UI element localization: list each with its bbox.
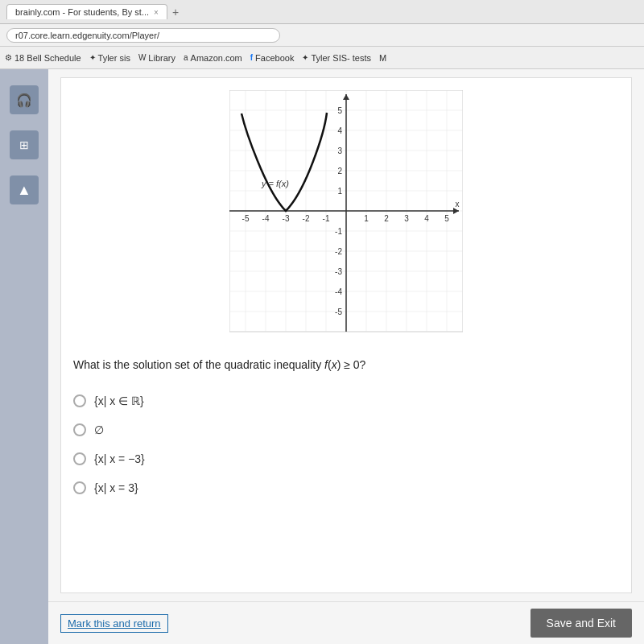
svg-text:5: 5 [337,106,342,115]
svg-text:-5: -5 [242,214,250,223]
answer-choice-a[interactable]: {x| x ∈ ℝ} [73,394,619,407]
bookmark-tyler-sis[interactable]: ✦ Tyler sis [89,53,130,63]
bookmark-m[interactable]: M [379,53,386,63]
bookmark-m-label: M [379,53,386,63]
choice-b-label: ∅ [94,423,104,436]
tab-close-button[interactable]: × [154,8,159,17]
svg-text:2: 2 [384,214,389,223]
tyler-sis-tests-icon: ✦ [302,53,308,62]
amazon-icon: a [184,53,188,62]
graph-container: -5 -4 -3 -2 -1 1 2 3 4 5 x [73,90,619,340]
facebook-icon: f [250,53,253,62]
bottom-bar: Mark this and return Save and Exit [48,601,644,644]
left-sidebar: 🎧 ⊞ ▲ [0,69,48,644]
main-area: -5 -4 -3 -2 -1 1 2 3 4 5 x [48,69,644,644]
answer-choice-d[interactable]: {x| x = 3} [73,481,619,494]
quiz-container: -5 -4 -3 -2 -1 1 2 3 4 5 x [60,77,632,593]
tyler-sis-icon: ✦ [89,53,96,62]
coordinate-graph: -5 -4 -3 -2 -1 1 2 3 4 5 x [229,90,463,340]
bookmark-amazon-label: Amazon.com [191,53,242,63]
headphones-icon: 🎧 [16,93,32,108]
answer-choice-c[interactable]: {x| x = −3} [73,452,619,465]
bookmark-library[interactable]: W Library [138,53,175,63]
bookmark-library-label: Library [148,53,175,63]
svg-text:-5: -5 [335,308,342,316]
svg-text:5: 5 [444,214,449,223]
bookmark-facebook-label: Facebook [255,53,294,63]
bookmarks-bar: ⚙ 18 Bell Schedule ✦ Tyler sis W Library… [0,47,644,69]
svg-text:-2: -2 [335,247,342,256]
headphones-button[interactable]: 🎧 [10,85,39,114]
page-content: 🎧 ⊞ ▲ [0,69,644,644]
svg-text:2: 2 [337,167,342,175]
svg-text:-4: -4 [262,214,270,223]
mark-return-button[interactable]: Mark this and return [60,614,168,633]
radio-b[interactable] [73,423,86,436]
bookmark-bell-schedule[interactable]: ⚙ 18 Bell Schedule [5,53,81,63]
browser-tab[interactable]: brainly.com - For students, By st... × [6,4,167,19]
svg-text:1: 1 [337,187,342,196]
add-tab-button[interactable]: + [172,6,179,19]
svg-text:3: 3 [404,214,409,223]
bookmark-tyler-sis-tests[interactable]: ✦ Tyler SIS- tests [302,53,371,63]
svg-text:-3: -3 [335,267,342,276]
radio-d[interactable] [73,481,86,494]
choice-a-label: {x| x ∈ ℝ} [94,394,144,407]
browser-tab-bar: brainly.com - For students, By st... × + [0,0,644,24]
question-text: What is the solution set of the quadrati… [73,357,619,374]
svg-text:4: 4 [337,126,342,135]
address-bar: r07.core.learn.edgenuity.com/Player/ [0,24,644,47]
save-exit-button[interactable]: Save and Exit [530,609,632,638]
url-input[interactable]: r07.core.learn.edgenuity.com/Player/ [6,28,280,43]
tab-label: brainly.com - For students, By st... [15,7,149,17]
svg-text:x: x [456,200,460,208]
graph-label: y = f(x) [261,179,289,188]
bookmark-facebook[interactable]: f Facebook [250,53,295,63]
svg-text:1: 1 [364,214,369,223]
calculator-icon: ⊞ [19,138,29,151]
radio-c[interactable] [73,452,86,465]
bookmark-bell-schedule-label: 18 Bell Schedule [14,53,81,63]
svg-text:3: 3 [337,147,342,155]
svg-text:-1: -1 [323,214,330,223]
bookmark-tyler-sis-tests-label: Tyler SIS- tests [311,53,371,63]
answer-choice-b[interactable]: ∅ [73,423,619,436]
library-icon: W [138,53,146,62]
svg-text:-1: -1 [335,227,342,236]
svg-text:-3: -3 [283,214,290,223]
bookmark-tyler-sis-label: Tyler sis [98,53,130,63]
svg-text:-2: -2 [303,214,310,223]
choice-c-label: {x| x = −3} [94,452,145,465]
radio-a[interactable] [73,394,86,407]
choice-d-label: {x| x = 3} [94,481,138,494]
calculator-button[interactable]: ⊞ [10,130,39,159]
svg-text:4: 4 [424,214,429,223]
up-arrow-button[interactable]: ▲ [10,175,39,204]
bookmark-amazon[interactable]: a Amazon.com [184,53,242,63]
bell-schedule-icon: ⚙ [5,53,12,62]
up-arrow-icon: ▲ [17,182,31,199]
svg-text:-4: -4 [335,287,342,296]
